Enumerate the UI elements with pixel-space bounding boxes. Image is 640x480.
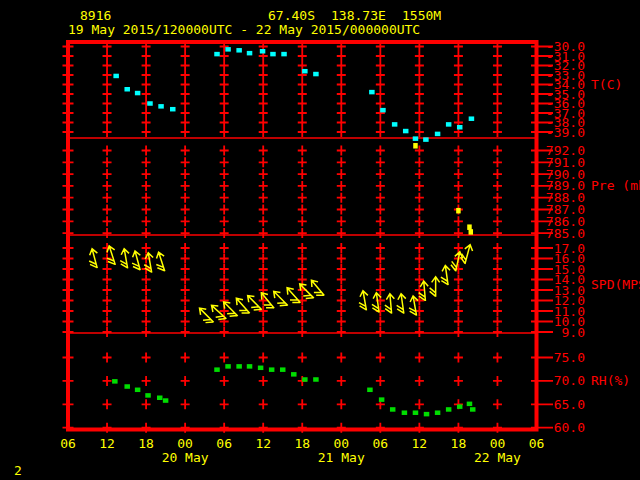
relative_humidity-point bbox=[302, 377, 308, 382]
x-axis-tick-label: 18 bbox=[451, 436, 467, 451]
temperature-point bbox=[113, 74, 119, 79]
temperature-point bbox=[236, 48, 242, 53]
temperature-point bbox=[413, 136, 419, 141]
x-axis-tick-label: 12 bbox=[99, 436, 115, 451]
temperature-point bbox=[260, 49, 266, 54]
temperature-point bbox=[124, 87, 130, 92]
relative_humidity-point bbox=[367, 388, 373, 393]
temperature-point bbox=[392, 122, 398, 127]
wind-barb-icon bbox=[384, 293, 396, 314]
temperature-axis-title: T(C) bbox=[591, 77, 622, 92]
temperature-point bbox=[147, 101, 153, 106]
wind-barb-icon bbox=[439, 265, 452, 286]
temperature-point bbox=[135, 91, 141, 96]
wind-barb-icon bbox=[86, 248, 101, 270]
temperature-point bbox=[247, 51, 253, 56]
pressure-point bbox=[456, 208, 461, 214]
relative_humidity-point bbox=[163, 398, 169, 403]
relative_humidity-point bbox=[446, 407, 452, 412]
wind-barb-icon bbox=[295, 281, 316, 302]
wind-barb-icon bbox=[357, 290, 370, 311]
x-axis-tick-label: 06 bbox=[216, 436, 232, 451]
wind-barb-icon bbox=[142, 252, 155, 273]
relative_humidity-point bbox=[214, 367, 220, 372]
pressure-point bbox=[469, 229, 474, 235]
temperature-point bbox=[281, 52, 287, 57]
relative_humidity-point bbox=[467, 402, 473, 407]
y-axis-tick-label: 75.0 bbox=[554, 350, 585, 365]
pressure-point bbox=[467, 224, 472, 230]
relative_humidity-point bbox=[236, 364, 242, 369]
relative_humidity-point bbox=[135, 388, 141, 393]
temperature-point bbox=[158, 104, 164, 109]
x-axis-tick-label: 18 bbox=[294, 436, 310, 451]
meteogram-plot: -30.0-31.0-32.0-33.0-34.0-35.0-36.0-37.0… bbox=[0, 0, 640, 480]
date-label: 20 May bbox=[162, 450, 209, 465]
relative_humidity-point bbox=[291, 372, 297, 377]
wind-barb-icon bbox=[153, 251, 169, 273]
relative_humidity-point bbox=[402, 410, 408, 415]
wind-barb-icon bbox=[307, 278, 328, 300]
temperature-point bbox=[302, 69, 308, 74]
relative_humidity-axis-title: RH(%) bbox=[591, 373, 630, 388]
axis-edge-ticks bbox=[63, 47, 554, 428]
relative_humidity-point bbox=[157, 395, 163, 400]
relative_humidity-point bbox=[145, 393, 151, 398]
temperature-point bbox=[446, 122, 452, 127]
temperature-point bbox=[170, 107, 176, 112]
temperature-point bbox=[469, 116, 475, 121]
pressure-axis-title: Pre (mb) bbox=[591, 178, 640, 193]
relative_humidity-series bbox=[112, 364, 475, 416]
temperature-point bbox=[225, 47, 231, 52]
relative_humidity-point bbox=[258, 366, 264, 371]
relative_humidity-point bbox=[280, 367, 286, 372]
temperature-point bbox=[380, 108, 386, 113]
x-axis-tick-label: 12 bbox=[255, 436, 271, 451]
date-label: 21 May bbox=[318, 450, 365, 465]
wind_speed-series bbox=[86, 243, 474, 326]
wind-barb-icon bbox=[459, 243, 474, 265]
temperature-point bbox=[457, 125, 463, 130]
x-axis-tick-label: 12 bbox=[412, 436, 428, 451]
pressure-point bbox=[413, 143, 418, 149]
wind-barb-icon bbox=[395, 293, 408, 314]
relative_humidity-point bbox=[424, 412, 430, 417]
date-label: 22 May bbox=[474, 450, 521, 465]
temperature-point bbox=[435, 132, 441, 137]
temperature-point bbox=[403, 129, 409, 134]
relative_humidity-point bbox=[225, 364, 231, 369]
temperature-point bbox=[214, 52, 220, 57]
temperature-point bbox=[369, 90, 375, 95]
x-axis-tick-label: 06 bbox=[373, 436, 389, 451]
relative_humidity-point bbox=[247, 364, 253, 369]
y-axis-tick-label: 9.0 bbox=[562, 325, 585, 340]
y-axis-tick-label: 60.0 bbox=[554, 420, 585, 435]
x-axis-tick-label: 18 bbox=[138, 436, 154, 451]
relative_humidity-point bbox=[470, 407, 476, 412]
temperature-point bbox=[270, 52, 276, 57]
temperature-point bbox=[313, 72, 319, 77]
grid-tick-marks bbox=[103, 42, 502, 433]
relative_humidity-point bbox=[413, 410, 419, 415]
temperature-point bbox=[423, 137, 429, 142]
relative_humidity-point bbox=[124, 384, 130, 389]
x-axis-tick-label: 06 bbox=[529, 436, 545, 451]
y-axis-tick-label: 70.0 bbox=[554, 373, 585, 388]
x-axis-tick-label: 06 bbox=[60, 436, 76, 451]
wind_speed-axis-title: SPD(MPS) bbox=[591, 277, 640, 292]
relative_humidity-point bbox=[390, 407, 396, 412]
relative_humidity-point bbox=[457, 404, 463, 409]
wind-barb-icon bbox=[118, 248, 131, 269]
relative_humidity-point bbox=[379, 397, 385, 402]
relative_humidity-point bbox=[435, 410, 441, 415]
meteogram-screen: 8916 67.40S 138.73E 1550M 19 May 2015/12… bbox=[0, 0, 640, 480]
wind-barb-icon bbox=[195, 305, 216, 326]
wind-barb-icon bbox=[430, 277, 440, 297]
y-axis-tick-label: 65.0 bbox=[554, 397, 585, 412]
relative_humidity-point bbox=[313, 377, 319, 382]
relative_humidity-point bbox=[269, 367, 275, 372]
relative_humidity-point bbox=[112, 379, 118, 384]
